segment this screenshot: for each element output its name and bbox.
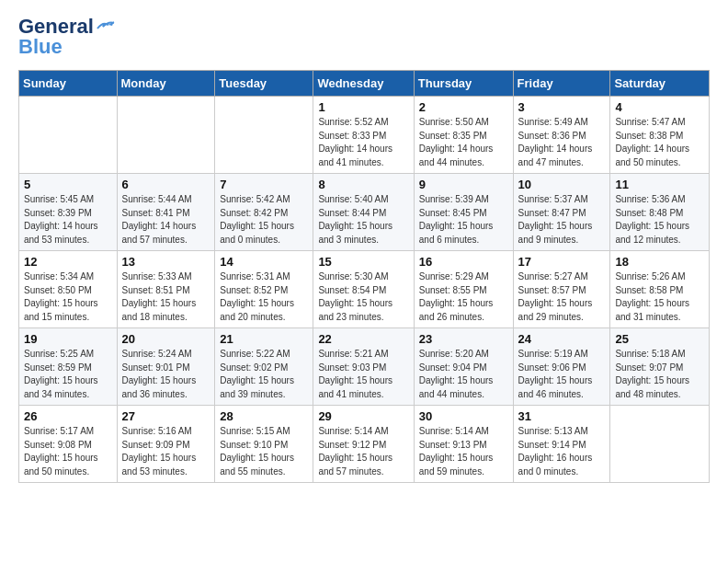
day-cell: 24Sunrise: 5:19 AM Sunset: 9:06 PM Dayli… bbox=[513, 328, 610, 406]
day-info: Sunrise: 5:24 AM Sunset: 9:01 PM Dayligh… bbox=[122, 348, 210, 401]
day-info: Sunrise: 5:14 AM Sunset: 9:12 PM Dayligh… bbox=[318, 425, 408, 478]
weekday-wednesday: Wednesday bbox=[313, 71, 414, 97]
day-info: Sunrise: 5:39 AM Sunset: 8:45 PM Dayligh… bbox=[419, 193, 508, 247]
day-info: Sunrise: 5:50 AM Sunset: 8:35 PM Dayligh… bbox=[419, 116, 508, 169]
day-info: Sunrise: 5:42 AM Sunset: 8:42 PM Dayligh… bbox=[220, 193, 308, 247]
day-cell: 19Sunrise: 5:25 AM Sunset: 8:59 PM Dayli… bbox=[19, 328, 118, 406]
day-number: 6 bbox=[122, 178, 210, 191]
weekday-header-row: SundayMondayTuesdayWednesdayThursdayFrid… bbox=[19, 71, 710, 97]
day-cell: 4Sunrise: 5:47 AM Sunset: 8:38 PM Daylig… bbox=[610, 97, 710, 174]
day-cell: 20Sunrise: 5:24 AM Sunset: 9:01 PM Dayli… bbox=[117, 328, 215, 406]
logo: General Blue bbox=[18, 15, 116, 59]
day-number: 5 bbox=[24, 178, 112, 191]
day-number: 22 bbox=[318, 332, 408, 346]
week-row-5: 26Sunrise: 5:17 AM Sunset: 9:08 PM Dayli… bbox=[19, 406, 710, 483]
page: General Blue SundayMondayTuesdayWednesda… bbox=[0, 0, 728, 501]
day-info: Sunrise: 5:21 AM Sunset: 9:03 PM Dayligh… bbox=[318, 348, 408, 401]
day-cell bbox=[19, 97, 118, 174]
day-number: 8 bbox=[318, 178, 408, 191]
day-info: Sunrise: 5:20 AM Sunset: 9:04 PM Dayligh… bbox=[419, 348, 508, 401]
day-cell: 1Sunrise: 5:52 AM Sunset: 8:33 PM Daylig… bbox=[313, 97, 414, 174]
day-number: 14 bbox=[220, 255, 308, 269]
day-number: 16 bbox=[419, 255, 508, 269]
day-cell: 26Sunrise: 5:17 AM Sunset: 9:08 PM Dayli… bbox=[19, 406, 118, 483]
calendar: SundayMondayTuesdayWednesdayThursdayFrid… bbox=[18, 70, 710, 483]
day-cell: 25Sunrise: 5:18 AM Sunset: 9:07 PM Dayli… bbox=[610, 328, 710, 406]
day-number: 27 bbox=[122, 409, 210, 423]
day-number: 1 bbox=[318, 100, 408, 114]
day-cell: 8Sunrise: 5:40 AM Sunset: 8:44 PM Daylig… bbox=[313, 174, 414, 251]
day-number: 31 bbox=[518, 409, 606, 423]
day-cell: 16Sunrise: 5:29 AM Sunset: 8:55 PM Dayli… bbox=[414, 251, 513, 328]
day-info: Sunrise: 5:16 AM Sunset: 9:09 PM Dayligh… bbox=[122, 425, 210, 478]
day-number: 15 bbox=[318, 255, 408, 269]
day-info: Sunrise: 5:17 AM Sunset: 9:08 PM Dayligh… bbox=[24, 425, 112, 478]
day-cell: 7Sunrise: 5:42 AM Sunset: 8:42 PM Daylig… bbox=[215, 174, 313, 251]
day-number: 19 bbox=[24, 332, 112, 346]
day-info: Sunrise: 5:47 AM Sunset: 8:38 PM Dayligh… bbox=[615, 116, 704, 169]
day-cell: 2Sunrise: 5:50 AM Sunset: 8:35 PM Daylig… bbox=[414, 97, 513, 174]
day-cell: 14Sunrise: 5:31 AM Sunset: 8:52 PM Dayli… bbox=[215, 251, 313, 328]
day-number: 30 bbox=[419, 409, 508, 423]
day-cell: 11Sunrise: 5:36 AM Sunset: 8:48 PM Dayli… bbox=[610, 174, 710, 251]
day-info: Sunrise: 5:36 AM Sunset: 8:48 PM Dayligh… bbox=[615, 193, 704, 247]
week-row-3: 12Sunrise: 5:34 AM Sunset: 8:50 PM Dayli… bbox=[19, 251, 710, 328]
day-info: Sunrise: 5:31 AM Sunset: 8:52 PM Dayligh… bbox=[220, 270, 308, 324]
day-number: 12 bbox=[24, 255, 112, 269]
day-cell bbox=[610, 406, 710, 483]
day-info: Sunrise: 5:27 AM Sunset: 8:57 PM Dayligh… bbox=[518, 270, 606, 324]
day-number: 10 bbox=[518, 178, 606, 191]
day-number: 20 bbox=[122, 332, 210, 346]
day-info: Sunrise: 5:33 AM Sunset: 8:51 PM Dayligh… bbox=[122, 270, 210, 324]
day-number: 28 bbox=[220, 409, 308, 423]
day-cell: 18Sunrise: 5:26 AM Sunset: 8:58 PM Dayli… bbox=[610, 251, 710, 328]
day-cell: 30Sunrise: 5:14 AM Sunset: 9:13 PM Dayli… bbox=[414, 406, 513, 483]
day-cell: 12Sunrise: 5:34 AM Sunset: 8:50 PM Dayli… bbox=[19, 251, 118, 328]
day-info: Sunrise: 5:49 AM Sunset: 8:36 PM Dayligh… bbox=[518, 116, 606, 169]
day-number: 9 bbox=[419, 178, 508, 191]
day-number: 11 bbox=[615, 178, 704, 191]
day-number: 13 bbox=[122, 255, 210, 269]
day-cell: 3Sunrise: 5:49 AM Sunset: 8:36 PM Daylig… bbox=[513, 97, 610, 174]
day-info: Sunrise: 5:26 AM Sunset: 8:58 PM Dayligh… bbox=[615, 270, 704, 324]
day-number: 25 bbox=[615, 332, 704, 346]
day-info: Sunrise: 5:37 AM Sunset: 8:47 PM Dayligh… bbox=[518, 193, 606, 247]
header: General Blue bbox=[18, 15, 710, 59]
day-cell: 5Sunrise: 5:45 AM Sunset: 8:39 PM Daylig… bbox=[19, 174, 118, 251]
day-number: 3 bbox=[518, 100, 606, 114]
day-number: 23 bbox=[419, 332, 508, 346]
weekday-sunday: Sunday bbox=[19, 71, 118, 97]
day-info: Sunrise: 5:22 AM Sunset: 9:02 PM Dayligh… bbox=[220, 348, 308, 401]
day-number: 2 bbox=[419, 100, 508, 114]
day-info: Sunrise: 5:52 AM Sunset: 8:33 PM Dayligh… bbox=[318, 116, 408, 169]
day-number: 29 bbox=[318, 409, 408, 423]
weekday-tuesday: Tuesday bbox=[215, 71, 313, 97]
day-number: 24 bbox=[518, 332, 606, 346]
day-number: 26 bbox=[24, 409, 112, 423]
day-number: 21 bbox=[220, 332, 308, 346]
week-row-4: 19Sunrise: 5:25 AM Sunset: 8:59 PM Dayli… bbox=[19, 328, 710, 406]
day-cell bbox=[215, 97, 313, 174]
day-info: Sunrise: 5:18 AM Sunset: 9:07 PM Dayligh… bbox=[615, 348, 704, 401]
day-info: Sunrise: 5:45 AM Sunset: 8:39 PM Dayligh… bbox=[24, 193, 112, 247]
day-cell: 27Sunrise: 5:16 AM Sunset: 9:09 PM Dayli… bbox=[117, 406, 215, 483]
day-cell: 13Sunrise: 5:33 AM Sunset: 8:51 PM Dayli… bbox=[117, 251, 215, 328]
day-info: Sunrise: 5:34 AM Sunset: 8:50 PM Dayligh… bbox=[24, 270, 112, 324]
day-number: 17 bbox=[518, 255, 606, 269]
day-cell: 23Sunrise: 5:20 AM Sunset: 9:04 PM Dayli… bbox=[414, 328, 513, 406]
day-cell: 9Sunrise: 5:39 AM Sunset: 8:45 PM Daylig… bbox=[414, 174, 513, 251]
weekday-saturday: Saturday bbox=[610, 71, 710, 97]
day-info: Sunrise: 5:14 AM Sunset: 9:13 PM Dayligh… bbox=[419, 425, 508, 478]
day-cell: 28Sunrise: 5:15 AM Sunset: 9:10 PM Dayli… bbox=[215, 406, 313, 483]
logo-bird-icon bbox=[96, 19, 116, 34]
calendar-body: 1Sunrise: 5:52 AM Sunset: 8:33 PM Daylig… bbox=[19, 97, 710, 483]
day-info: Sunrise: 5:40 AM Sunset: 8:44 PM Dayligh… bbox=[318, 193, 408, 247]
week-row-1: 1Sunrise: 5:52 AM Sunset: 8:33 PM Daylig… bbox=[19, 97, 710, 174]
day-cell: 29Sunrise: 5:14 AM Sunset: 9:12 PM Dayli… bbox=[313, 406, 414, 483]
week-row-2: 5Sunrise: 5:45 AM Sunset: 8:39 PM Daylig… bbox=[19, 174, 710, 251]
day-cell: 6Sunrise: 5:44 AM Sunset: 8:41 PM Daylig… bbox=[117, 174, 215, 251]
day-number: 18 bbox=[615, 255, 704, 269]
logo-blue: Blue bbox=[18, 35, 63, 59]
day-info: Sunrise: 5:13 AM Sunset: 9:14 PM Dayligh… bbox=[518, 425, 606, 478]
day-cell: 10Sunrise: 5:37 AM Sunset: 8:47 PM Dayli… bbox=[513, 174, 610, 251]
